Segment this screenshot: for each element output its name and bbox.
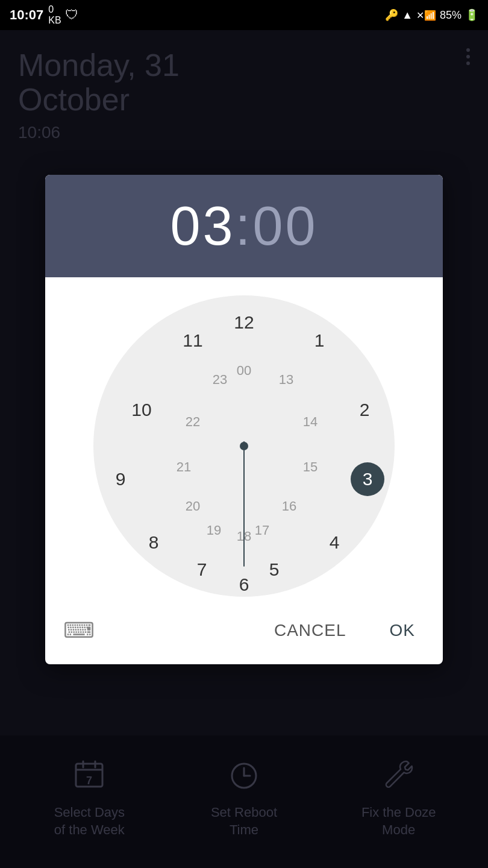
clock-num-12[interactable]: 12 [232,310,256,335]
data-icon: 0KB [48,4,61,26]
shield-icon: 🛡 [65,7,78,23]
clock-num-2[interactable]: 2 [352,398,377,422]
clock-num-3[interactable]: 3 [351,462,384,496]
clock-num-8[interactable]: 8 [142,530,166,555]
clock-num-14[interactable]: 14 [298,410,322,434]
battery-icon: 🔋 [465,8,478,22]
status-icons-left: 0KB 🛡 [48,4,78,26]
clock-num-15[interactable]: 15 [298,455,322,479]
time-colon: : [235,196,252,256]
time-minutes[interactable]: 00 [253,196,318,256]
clock-num-16[interactable]: 16 [277,494,301,518]
dialog-actions: ⌨ CANCEL OK [45,603,443,664]
clock-num-20[interactable]: 20 [181,494,205,518]
clock-num-1[interactable]: 1 [307,329,331,353]
clock-num-9[interactable]: 9 [108,467,133,491]
key-icon: 🔑 [385,8,398,22]
clock-num-22[interactable]: 22 [181,410,205,434]
clock-num-13[interactable]: 13 [274,368,298,392]
clock-num-00[interactable]: 00 [232,359,256,383]
cancel-button[interactable]: CANCEL [264,615,356,646]
clock-num-19[interactable]: 19 [202,518,226,542]
time-picker-dialog: 03:00 12 1 2 3 4 5 6 7 [45,175,443,664]
battery-text: 85% [440,9,461,22]
ok-button[interactable]: OK [380,615,425,646]
time-hours[interactable]: 03 [170,196,235,256]
clock-num-5[interactable]: 5 [262,558,286,582]
clock-hand [243,441,245,567]
clock-num-7[interactable]: 7 [190,558,214,582]
clock-num-10[interactable]: 10 [130,398,154,422]
dialog-header: 03:00 [45,175,443,277]
keyboard-icon[interactable]: ⌨ [63,618,95,643]
time-display: 03:00 [57,199,431,253]
dialog-buttons: CANCEL OK [264,615,425,646]
status-time: 10:07 [10,7,43,23]
clock-num-21[interactable]: 21 [172,455,196,479]
wifi-icon: ▲ [402,9,413,22]
status-bar: 10:07 0KB 🛡 🔑 ▲ ✕📶 85% 🔋 [0,0,488,30]
clock-face[interactable]: 12 1 2 3 4 5 6 7 8 9 10 [93,295,395,597]
clock-num-23[interactable]: 23 [208,368,232,392]
clock-num-4[interactable]: 4 [322,530,346,555]
clock-container[interactable]: 12 1 2 3 4 5 6 7 8 9 10 [93,295,395,597]
signal-icon: ✕📶 [416,10,436,21]
dialog-body: 12 1 2 3 4 5 6 7 8 9 10 [45,277,443,603]
clock-num-6[interactable]: 6 [232,573,256,597]
status-left: 10:07 0KB 🛡 [10,4,78,26]
clock-num-11[interactable]: 11 [181,329,205,353]
status-right: 🔑 ▲ ✕📶 85% 🔋 [385,8,478,22]
clock-center [240,442,248,450]
